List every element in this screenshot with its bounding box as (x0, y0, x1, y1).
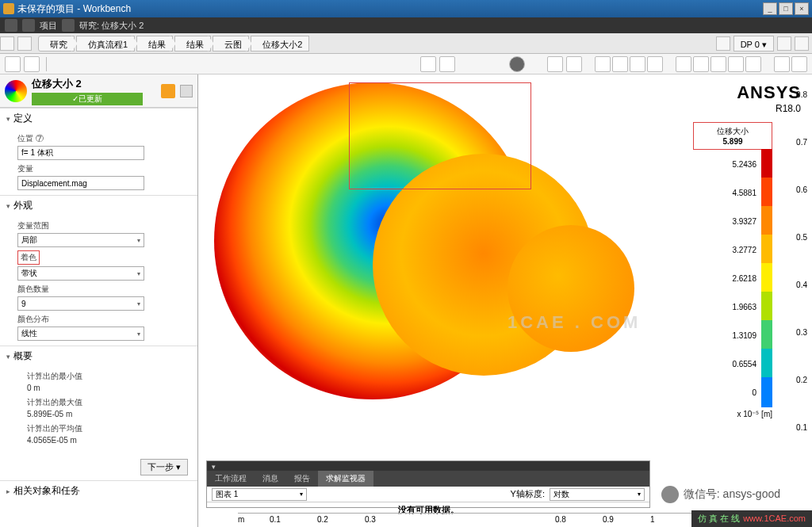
label-position: 位置 ⑦ (17, 133, 186, 144)
fit-icon[interactable] (774, 56, 790, 72)
properties-sidebar: 位移大小 2 ✓ 已更新 定义 位置 ⑦ f= 1 体积 变量 Displace… (0, 74, 198, 527)
display-2-icon[interactable] (693, 56, 709, 72)
bc-end-icon-2[interactable] (795, 36, 809, 51)
watermark: 1CAE . COM (508, 312, 641, 333)
label-dist: 颜色分布 (17, 314, 186, 325)
slider-handle-icon[interactable] (509, 56, 525, 72)
menu-icon-3[interactable] (62, 19, 75, 32)
legend-row: 3.9327 (693, 207, 772, 235)
display-4-icon[interactable] (728, 56, 744, 72)
label-range: 变量范围 (17, 220, 186, 231)
legend-row: 5.2436 (693, 150, 772, 178)
bottom-tabs: 工作流程 消息 报告 求解监视器 (207, 471, 649, 487)
play-icon[interactable] (547, 56, 563, 72)
section-summary-header[interactable]: 概要 (0, 346, 197, 366)
tab-messages[interactable]: 消息 (255, 471, 286, 487)
value-min: 0 m (27, 384, 186, 392)
section-appearance-header[interactable]: 外观 (0, 196, 197, 216)
filter-icon[interactable] (161, 84, 175, 98)
panel-header: 位移大小 2 ✓ 已更新 (0, 74, 197, 108)
panel-status: ✓ 已更新 (32, 93, 143, 105)
yscale-label: Y轴标度: (511, 488, 545, 500)
view-mode-1-icon[interactable] (595, 56, 611, 72)
bc-contour[interactable]: 云图 (213, 36, 249, 52)
label-variable: 变量 (17, 163, 186, 174)
tb-doc-icon[interactable] (24, 56, 40, 72)
legend-row: 0 (693, 378, 772, 407)
label-min: 计算出的最小值 (27, 371, 186, 382)
label-avg: 计算出的平均值 (27, 423, 186, 434)
section-summary: 概要 计算出的最小值 0 m 计算出的最大值 5.899E-05 m 计算出的平… (0, 346, 197, 454)
field-color[interactable]: 带状 (17, 266, 144, 281)
field-count[interactable]: 9 (17, 296, 144, 311)
bc-play-icon[interactable] (716, 36, 730, 51)
site-watermark: 仿 真 在 线www.1CAE.com (691, 510, 812, 527)
chart-selector[interactable]: 图表 1 (212, 488, 307, 501)
undo-icon[interactable] (420, 56, 436, 72)
bc-end-icon-1[interactable] (777, 36, 791, 51)
ruler-vertical: 0.80.70.60.50.40.30.20.1 (783, 90, 807, 487)
maximize-button[interactable]: □ (779, 2, 793, 15)
redo-icon[interactable] (439, 56, 455, 72)
value-avg: 4.0565E-05 m (27, 436, 186, 445)
view-mode-4-icon[interactable] (647, 56, 663, 72)
view-mode-3-icon[interactable] (630, 56, 645, 72)
viewport-3d[interactable]: 1CAE . COM ANSYS R18.0 位移大小 5.899 5.2436… (198, 74, 812, 527)
label-max: 计算出的最大值 (27, 397, 186, 408)
tab-monitor[interactable]: 求解监视器 (318, 471, 373, 487)
display-5-icon[interactable] (745, 56, 761, 72)
tab-report[interactable]: 报告 (286, 471, 318, 487)
section-related-header[interactable]: 相关对象和任务 (0, 481, 197, 501)
bc-icon-1[interactable] (0, 36, 14, 51)
design-point-selector[interactable]: DP 0 ▾ (733, 36, 774, 52)
legend-row: 3.2772 (693, 235, 772, 264)
app-icon (3, 3, 14, 14)
section-appearance: 外观 变量范围 局部 着色 带状 颜色数量 9 颜色分布 线性 (0, 195, 197, 346)
view-toolbar (0, 54, 812, 74)
settings-icon[interactable] (180, 85, 193, 97)
bc-result2[interactable]: 结果 (174, 36, 211, 52)
field-range[interactable]: 局部 (17, 233, 144, 247)
legend-title: 位移大小 5.899 (693, 122, 772, 150)
legend-row: 2.6218 (693, 264, 772, 292)
label-count: 颜色数量 (17, 284, 186, 295)
section-definition-header[interactable]: 定义 (0, 109, 197, 128)
bc-sim[interactable]: 仿真流程1 (76, 36, 135, 52)
field-position[interactable]: f= 1 体积 (17, 146, 144, 160)
breadcrumb: 研究 仿真流程1 结果 结果 云图 位移大小2 DP 0 ▾ (0, 33, 812, 54)
menu-icon-1[interactable] (5, 19, 17, 32)
close-button[interactable]: × (795, 2, 809, 15)
menu-icon-2[interactable] (22, 19, 35, 32)
legend-unit: x 10⁻⁵ [m] (693, 410, 772, 418)
window-titlebar: 未保存的项目 - Workbench _ □ × (0, 0, 812, 17)
minimize-button[interactable]: _ (763, 2, 777, 15)
display-3-icon[interactable] (710, 56, 726, 72)
field-variable[interactable]: Displacement.mag (17, 176, 144, 190)
wechat-overlay: 微信号: ansys-good (661, 486, 780, 503)
section-related: 相关对象和任务 (0, 480, 197, 501)
legend-row: 0.6554 (693, 349, 772, 378)
display-1-icon[interactable] (676, 56, 691, 72)
bc-disp[interactable]: 位移大小2 (251, 36, 309, 52)
tb-create-icon[interactable] (5, 56, 21, 72)
dropdown-icon[interactable] (566, 56, 582, 72)
section-definition: 定义 位置 ⑦ f= 1 体积 变量 Displacement.mag (0, 108, 197, 195)
menu-study[interactable]: 研究: 位移大小 2 (79, 20, 144, 32)
legend-row: 1.9663 (693, 292, 772, 321)
tab-workflow[interactable]: 工作流程 (207, 471, 255, 487)
main-area: 位移大小 2 ✓ 已更新 定义 位置 ⑦ f= 1 体积 变量 Displace… (0, 74, 812, 527)
next-step-button[interactable]: 下一步 ▾ (140, 459, 188, 475)
zoom-icon[interactable] (791, 56, 807, 72)
wechat-icon (661, 486, 679, 503)
bc-result1[interactable]: 结果 (136, 36, 173, 52)
legend-row: 4.5881 (693, 178, 772, 207)
field-dist[interactable]: 线性 (17, 327, 144, 341)
solution-monitor-panel: ▾ 工作流程 消息 报告 求解监视器 图表 1 Y轴标度: 对数 没有可用数据。 (206, 460, 650, 508)
bc-study[interactable]: 研究 (38, 36, 75, 52)
panel-footer: 下一步 ▾ (0, 454, 197, 480)
bc-icon-2[interactable] (17, 36, 32, 51)
value-max: 5.899E-05 m (27, 410, 186, 418)
yscale-selector[interactable]: 对数 (550, 488, 645, 501)
view-mode-2-icon[interactable] (612, 56, 628, 72)
menu-project[interactable]: 项目 (40, 20, 57, 32)
